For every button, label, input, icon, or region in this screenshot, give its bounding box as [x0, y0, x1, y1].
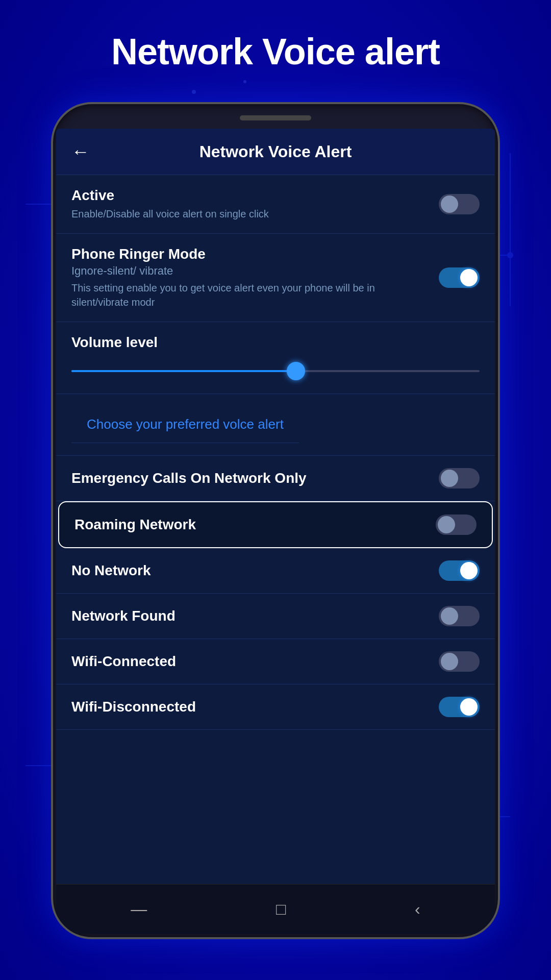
setting-ringer-label: Phone Ringer Mode — [71, 246, 429, 262]
setting-network-found: Network Found — [56, 594, 495, 639]
nav-back-button[interactable]: ‹ — [405, 895, 431, 924]
setting-wifi-connected-text: Wifi-Connected — [71, 653, 429, 670]
settings-list: Active Enable/Disable all voice alert on… — [56, 175, 495, 884]
back-button[interactable]: ← — [71, 141, 90, 162]
app-header: ← Network Voice Alert — [56, 129, 495, 175]
setting-roaming: Roaming Network — [58, 501, 493, 548]
toggle-network-found-thumb — [441, 607, 458, 625]
setting-active-desc: Enable/Disable all voice alert on single… — [71, 207, 429, 221]
svg-point-5 — [507, 252, 513, 258]
app-header-title: Network Voice Alert — [100, 142, 451, 161]
toggle-ringer[interactable] — [439, 267, 480, 288]
toggle-active-thumb — [441, 195, 458, 213]
svg-point-7 — [243, 80, 246, 83]
phone-speaker — [240, 115, 311, 120]
setting-wifi-disconnected: Wifi-Disconnected — [56, 684, 495, 730]
toggle-active[interactable] — [439, 194, 480, 214]
voice-alert-link-text[interactable]: Choose your preferred volce alert — [71, 406, 299, 443]
toggle-network-found[interactable] — [439, 606, 480, 626]
setting-emergency-text: Emergency Calls On Network Only — [71, 470, 429, 486]
nav-recents-button[interactable]: — — [120, 895, 157, 924]
toggle-roaming[interactable] — [436, 514, 477, 535]
setting-roaming-text: Roaming Network — [74, 517, 425, 533]
volume-slider-container[interactable] — [71, 361, 480, 381]
setting-wifi-disconnected-text: Wifi-Disconnected — [71, 699, 429, 715]
setting-ringer-desc: This setting enable you to get voice ale… — [71, 281, 429, 309]
setting-active-label: Active — [71, 187, 429, 204]
setting-ringer-mode: Phone Ringer Mode Ignore-silent/ vibrate… — [56, 234, 495, 322]
slider-thumb[interactable] — [287, 362, 305, 380]
setting-roaming-label: Roaming Network — [74, 517, 425, 533]
toggle-roaming-thumb — [438, 516, 455, 533]
setting-ringer-sublabel: Ignore-silent/ vibrate — [71, 264, 429, 278]
toggle-wifi-connected-thumb — [441, 653, 458, 670]
setting-volume: Volume level — [56, 322, 495, 394]
page-title: Network Voice alert — [0, 31, 551, 72]
toggle-emergency[interactable] — [439, 468, 480, 488]
setting-wifi-connected-label: Wifi-Connected — [71, 653, 429, 670]
toggle-no-network-thumb — [460, 562, 478, 579]
toggle-emergency-thumb — [441, 470, 458, 487]
nav-home-button[interactable]: □ — [266, 895, 296, 924]
toggle-wifi-disconnected[interactable] — [439, 697, 480, 717]
setting-no-network: No Network — [56, 548, 495, 594]
phone-frame: ← Network Voice Alert Active Enable/Disa… — [51, 102, 500, 939]
slider-track — [71, 370, 480, 372]
svg-point-6 — [192, 90, 196, 94]
volume-label: Volume level — [71, 334, 480, 351]
setting-ringer-text: Phone Ringer Mode Ignore-silent/ vibrate… — [71, 246, 429, 309]
setting-emergency-label: Emergency Calls On Network Only — [71, 470, 429, 486]
setting-wifi-connected: Wifi-Connected — [56, 639, 495, 684]
slider-fill — [71, 370, 296, 372]
nav-bar: — □ ‹ — [56, 884, 495, 934]
toggle-wifi-disconnected-thumb — [460, 698, 478, 716]
toggle-ringer-thumb — [460, 269, 478, 286]
app-screen: ← Network Voice Alert Active Enable/Disa… — [56, 129, 495, 934]
setting-active-text: Active Enable/Disable all voice alert on… — [71, 187, 429, 221]
setting-emergency: Emergency Calls On Network Only — [56, 456, 495, 501]
setting-no-network-text: No Network — [71, 562, 429, 579]
setting-no-network-label: No Network — [71, 562, 429, 579]
setting-wifi-disconnected-label: Wifi-Disconnected — [71, 699, 429, 715]
toggle-wifi-connected[interactable] — [439, 651, 480, 672]
setting-network-found-text: Network Found — [71, 608, 429, 624]
setting-network-found-label: Network Found — [71, 608, 429, 624]
setting-voice-alert-link[interactable]: Choose your preferred volce alert — [56, 394, 495, 456]
toggle-no-network[interactable] — [439, 560, 480, 581]
setting-active: Active Enable/Disable all voice alert on… — [56, 175, 495, 234]
